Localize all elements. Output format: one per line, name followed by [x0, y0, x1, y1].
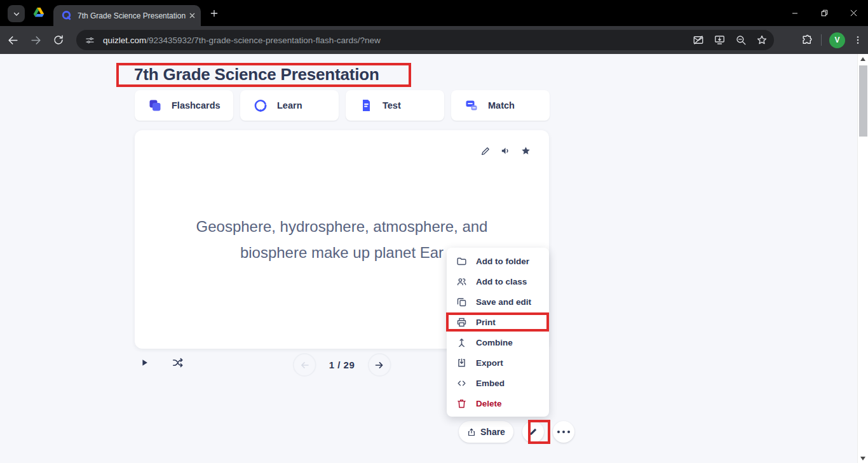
printer-icon: [456, 317, 467, 328]
forward-button[interactable]: [25, 30, 46, 50]
menu-item-label: Print: [476, 318, 496, 327]
menu-item-export[interactable]: Export: [447, 352, 549, 373]
share-icon: [467, 427, 476, 437]
zoom-icon[interactable]: [735, 34, 747, 46]
url-text[interactable]: quizlet.com/923435932/7th-grade-science-…: [103, 36, 686, 45]
menu-item-print[interactable]: Print: [447, 312, 549, 332]
trash-icon: [456, 398, 467, 409]
menu-item-label: Delete: [476, 399, 502, 408]
menu-item-combine[interactable]: Combine: [447, 332, 549, 352]
mode-label: Test: [383, 100, 401, 111]
profile-avatar[interactable]: V: [829, 32, 845, 48]
menu-item-label: Add to folder: [476, 257, 529, 266]
site-info-icon[interactable]: [81, 32, 98, 48]
menu-item-add-to-class[interactable]: Add to class: [447, 271, 549, 292]
menu-item-save-and-edit[interactable]: Save and edit: [447, 292, 549, 312]
merge-icon: [456, 337, 467, 348]
people-icon: [456, 276, 467, 287]
download-icon: [456, 358, 467, 368]
tab-search-button[interactable]: [8, 5, 25, 22]
set-actions: Share: [459, 421, 574, 443]
previous-card-button[interactable]: [293, 353, 316, 377]
close-window-button[interactable]: [839, 0, 868, 26]
page-scrollbar[interactable]: [857, 54, 868, 463]
menu-item-embed[interactable]: Embed: [447, 373, 549, 393]
code-icon: [456, 378, 467, 389]
mail-off-icon[interactable]: [693, 34, 704, 46]
tab-title: 7th Grade Science Presentation: [78, 11, 189, 20]
scrollbar-up-arrow[interactable]: [860, 57, 865, 61]
page-title: 7th Grade Science Presentation: [134, 65, 379, 84]
new-tab-button[interactable]: [208, 8, 220, 19]
menu-item-label: Save and edit: [476, 297, 531, 307]
card-term-line: biosphere make up planet Ear: [240, 239, 444, 265]
match-icon: [464, 98, 479, 113]
reload-button[interactable]: [48, 30, 69, 50]
url-domain: quizlet.com: [103, 36, 146, 45]
learn-icon: [253, 98, 268, 113]
more-options-menu: Add to folder Add to class Save and edit…: [447, 248, 549, 417]
flashcards-icon: [147, 98, 163, 113]
minimize-button[interactable]: [780, 0, 810, 26]
chrome-menu-icon[interactable]: [853, 35, 863, 45]
card-term-line: Geosphere, hydrosphere, atmosphere, and: [196, 213, 488, 239]
menu-item-label: Combine: [476, 338, 513, 347]
copy-icon: [456, 297, 467, 307]
address-bar[interactable]: quizlet.com/923435932/7th-grade-science-…: [76, 30, 774, 50]
scrollbar-thumb[interactable]: [859, 65, 867, 137]
extensions-icon[interactable]: [801, 34, 813, 46]
restore-button[interactable]: [810, 0, 839, 26]
bookmark-star-icon[interactable]: [756, 34, 768, 46]
study-modes-row: Flashcards Learn Test Match: [135, 90, 550, 121]
share-button[interactable]: Share: [459, 421, 513, 443]
window-controls: [780, 0, 868, 26]
menu-item-label: Embed: [476, 379, 505, 388]
mode-label: Match: [488, 100, 515, 111]
drive-icon[interactable]: [33, 7, 44, 18]
arrow-left-icon: [299, 359, 310, 371]
menu-item-add-to-folder[interactable]: Add to folder: [447, 251, 549, 271]
mode-button-test[interactable]: Test: [346, 90, 444, 121]
mode-label: Learn: [277, 100, 302, 111]
next-card-button[interactable]: [367, 353, 391, 377]
tab-close-icon[interactable]: [189, 12, 196, 19]
folder-icon: [456, 256, 467, 267]
chevron-down-icon: [13, 10, 20, 18]
mode-button-flashcards[interactable]: Flashcards: [135, 90, 233, 121]
toolbar-separator: [821, 34, 822, 46]
menu-item-delete[interactable]: Delete: [447, 393, 549, 413]
back-button[interactable]: [3, 30, 23, 50]
install-icon[interactable]: [714, 34, 726, 46]
shuffle-icon[interactable]: [171, 357, 184, 368]
play-icon[interactable]: [140, 358, 149, 368]
card-progress: 1 / 29: [329, 359, 355, 370]
scrollbar-down-arrow[interactable]: [860, 457, 865, 460]
share-label: Share: [480, 427, 505, 437]
mode-label: Flashcards: [172, 100, 220, 111]
menu-item-label: Export: [476, 358, 503, 368]
more-options-button[interactable]: [553, 421, 574, 443]
menu-item-label: Add to class: [476, 277, 527, 286]
url-path: /923435932/7th-grade-science-presentatio…: [146, 36, 380, 45]
browser-tab-strip: 7th Grade Science Presentation: [0, 0, 868, 26]
ellipsis-icon: [557, 431, 570, 433]
mode-button-learn[interactable]: Learn: [240, 90, 339, 121]
pencil-icon: [528, 427, 538, 437]
browser-tab[interactable]: 7th Grade Science Presentation: [53, 5, 201, 26]
edit-set-button[interactable]: [522, 421, 544, 443]
mode-button-match[interactable]: Match: [451, 90, 550, 121]
quizlet-favicon: [61, 10, 72, 21]
test-icon: [358, 98, 374, 113]
quizlet-page: 7th Grade Science Presentation Flashcard…: [0, 54, 857, 463]
arrow-right-icon: [374, 359, 385, 371]
browser-toolbar: quizlet.com/923435932/7th-grade-science-…: [0, 26, 868, 54]
